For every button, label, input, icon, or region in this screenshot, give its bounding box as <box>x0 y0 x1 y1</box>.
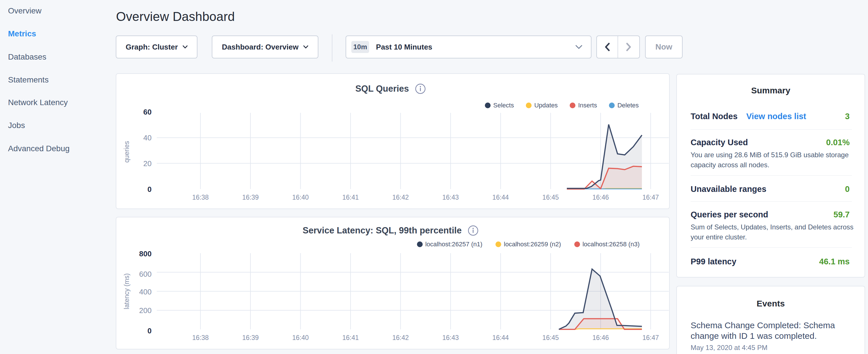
svg-text:16:43: 16:43 <box>442 194 459 201</box>
svg-text:16:46: 16:46 <box>592 334 609 342</box>
svg-text:20: 20 <box>143 159 152 168</box>
svg-text:400: 400 <box>139 288 152 296</box>
svg-text:16:38: 16:38 <box>192 334 209 342</box>
svg-text:16:42: 16:42 <box>392 194 409 201</box>
svg-text:16:39: 16:39 <box>242 194 259 201</box>
svg-text:16:47: 16:47 <box>643 334 659 342</box>
svg-text:200: 200 <box>139 306 152 315</box>
svg-text:latency (ms): latency (ms) <box>123 273 130 309</box>
svg-text:16:44: 16:44 <box>492 194 509 201</box>
svg-text:800: 800 <box>139 250 152 258</box>
svg-text:16:47: 16:47 <box>643 194 659 201</box>
svg-text:queries: queries <box>123 141 130 162</box>
svg-text:16:40: 16:40 <box>292 334 309 342</box>
svg-text:40: 40 <box>143 133 152 142</box>
svg-text:16:46: 16:46 <box>592 194 609 201</box>
svg-text:16:42: 16:42 <box>392 334 409 342</box>
svg-text:16:45: 16:45 <box>542 194 559 201</box>
svg-text:16:38: 16:38 <box>192 194 209 201</box>
svg-text:16:44: 16:44 <box>492 334 509 342</box>
svg-text:60: 60 <box>143 108 152 116</box>
svg-text:600: 600 <box>139 270 152 279</box>
svg-text:16:45: 16:45 <box>542 334 559 342</box>
svg-text:16:43: 16:43 <box>442 334 459 342</box>
svg-text:0: 0 <box>148 326 152 335</box>
svg-text:16:41: 16:41 <box>342 194 359 201</box>
svg-text:0: 0 <box>148 185 152 194</box>
svg-text:16:41: 16:41 <box>342 334 359 342</box>
svg-text:16:40: 16:40 <box>292 194 309 201</box>
svg-text:16:39: 16:39 <box>242 334 259 342</box>
